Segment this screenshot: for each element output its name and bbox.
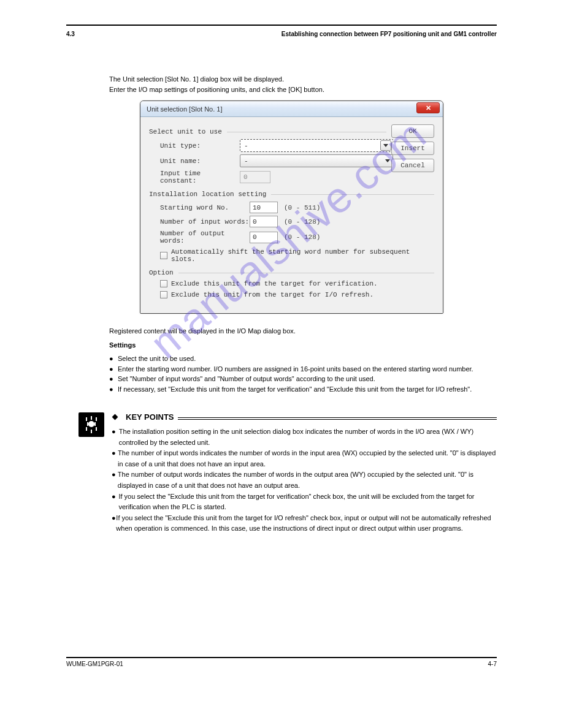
auto-shift-row: Automatically shift the starting word nu… (149, 248, 434, 263)
cancel-button[interactable]: Cancel (391, 159, 434, 172)
keypoint-text: ●The installation position setting in th… (112, 427, 497, 534)
dialog-screenshot: Unit selection [Slot No. 1] ✕ OK Insert … (140, 100, 497, 314)
footer-right: 4-7 (488, 661, 497, 667)
auto-shift-checkbox[interactable] (160, 252, 167, 259)
input-time-constant-select: 0 (240, 171, 270, 183)
intro-text: The Unit selection [Slot No. 1] dialog b… (109, 74, 497, 94)
num-input-label: Number of input words: (160, 218, 250, 226)
exclude-refresh-checkbox[interactable] (160, 291, 167, 298)
exclude-verify-checkbox[interactable] (160, 280, 167, 287)
starting-word-label: Starting word No. (160, 204, 250, 211)
starting-word-row: Starting word No. 10 (0 - 511) (149, 202, 434, 213)
num-output-range: (0 - 128) (284, 233, 320, 241)
exclude-refresh-row: Exclude this unit from the target for I/… (149, 291, 434, 298)
dialog-titlebar: Unit selection [Slot No. 1] ✕ (140, 101, 443, 117)
unit-selection-dialog: Unit selection [Slot No. 1] ✕ OK Insert … (140, 100, 443, 314)
after-line1: Registered content will be displayed in … (109, 326, 497, 336)
settings-label: Settings (109, 340, 497, 351)
exclude-verify-label: Exclude this unit from the target for ve… (171, 280, 378, 287)
dialog-body: OK Insert Cancel Select unit to use Unit… (140, 117, 443, 313)
bullet-3: ●Set "Number of input words" and "Number… (109, 374, 497, 384)
keypoint-title: KEY POINTS (122, 412, 178, 422)
keypoint-block: KEY POINTS ●The installation position se… (79, 412, 497, 534)
insert-button[interactable]: Insert (391, 142, 434, 155)
lightbulb-icon (79, 412, 104, 437)
section-installation: Installation location setting (149, 191, 434, 198)
unit-name-label: Unit name: (160, 157, 240, 165)
input-time-label: Input time constant: (160, 170, 240, 184)
dialog-title: Unit selection [Slot No. 1] (147, 105, 223, 113)
ok-button[interactable]: OK (391, 124, 434, 138)
bullet-2: ●Enter the starting word number. I/O num… (109, 364, 497, 374)
keypoint-rule (178, 417, 497, 420)
close-icon[interactable]: ✕ (416, 102, 440, 113)
exclude-refresh-label: Exclude this unit from the target for I/… (171, 291, 373, 298)
footer-left: WUME-GM1PGR-01 (66, 661, 123, 667)
exclude-verify-row: Exclude this unit from the target for ve… (149, 280, 434, 287)
chevron-down-icon (383, 144, 388, 147)
unit-type-select[interactable]: - (240, 139, 393, 152)
after-dialog-text: Registered content will be displayed in … (109, 326, 497, 394)
starting-word-range: (0 - 511) (284, 204, 320, 211)
num-input-range: (0 - 128) (284, 218, 320, 226)
chevron-down-icon (385, 159, 390, 162)
footer: WUME-GM1PGR-01 4-7 (66, 661, 497, 667)
section-option: Option (149, 269, 434, 276)
auto-shift-label: Automatically shift the starting word nu… (171, 248, 434, 263)
num-output-words-input[interactable]: 0 (250, 232, 278, 243)
bullet-1: ●Select the unit to be used. (109, 354, 497, 364)
dialog-button-column: OK Insert Cancel (391, 124, 434, 172)
page: manualshive.com 4.3 Establishing connect… (0, 0, 563, 692)
bullet-4: ●If necessary, set "Exclude this unit fr… (109, 384, 497, 395)
bottom-rule (66, 657, 497, 658)
num-output-words-row: Number of output words: 0 (0 - 128) (149, 230, 434, 245)
starting-word-input[interactable]: 10 (250, 202, 278, 213)
num-input-words-row: Number of input words: 0 (0 - 128) (149, 216, 434, 227)
num-input-words-input[interactable]: 0 (250, 216, 278, 227)
top-rule (66, 25, 497, 26)
diamond-icon (112, 414, 118, 420)
unit-type-label: Unit type: (160, 142, 240, 150)
unit-name-select[interactable]: - (240, 154, 393, 167)
header-title: 4.3 Establishing connection between FP7 … (66, 31, 497, 37)
num-output-label: Number of output words: (160, 230, 250, 245)
